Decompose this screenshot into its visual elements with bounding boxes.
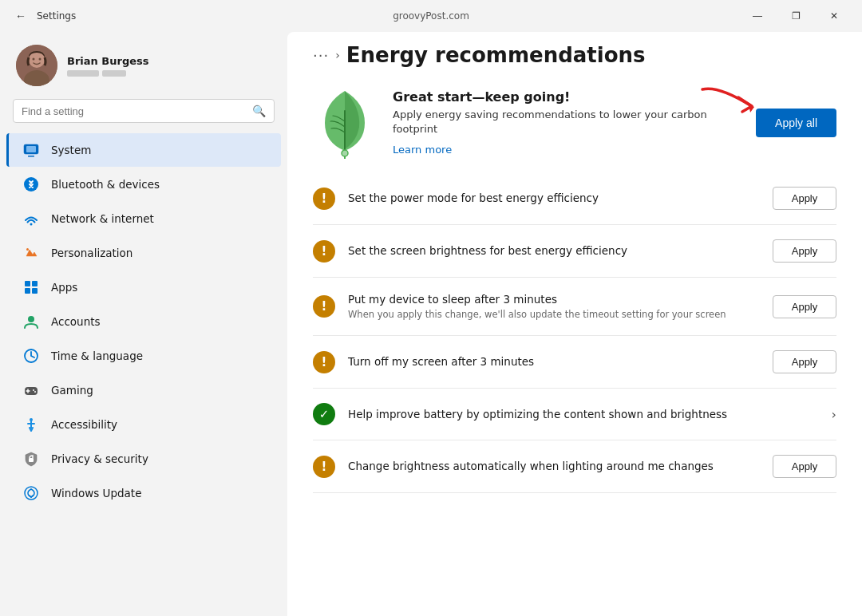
accounts-icon (22, 313, 40, 330)
rec-text-brightness: Set the screen brightness for best energ… (348, 243, 760, 259)
windows-update-icon (22, 484, 40, 502)
rec-title-screen-off: Turn off my screen after 3 minutes (348, 354, 760, 369)
content-header: ··· › Energy recommendations (287, 32, 862, 73)
rec-text-screen-off: Turn off my screen after 3 minutes (348, 354, 760, 369)
rec-text-sleep: Put my device to sleep after 3 minutes W… (348, 292, 760, 321)
minimize-button[interactable]: — (739, 3, 776, 29)
rec-item-brightness: ! Set the screen brightness for best ene… (313, 225, 836, 278)
svg-point-3 (33, 58, 35, 61)
rec-item-power-mode: ! Set the power mode for best energy eff… (313, 172, 836, 225)
svg-point-23 (342, 150, 348, 156)
search-input[interactable] (22, 105, 246, 117)
profile-bar-2 (102, 70, 126, 77)
chevron-right-icon: › (832, 407, 836, 422)
sidebar-item-apps[interactable]: Apps (6, 270, 281, 304)
hero-description: Apply energy saving recommendations to l… (393, 108, 740, 136)
accessibility-icon (22, 416, 40, 433)
svg-point-1 (29, 52, 45, 68)
back-button[interactable]: ← (10, 5, 32, 27)
network-icon (22, 210, 40, 227)
apply-button-screen-off[interactable]: Apply (773, 350, 836, 373)
svg-point-9 (30, 223, 33, 226)
sidebar-item-time[interactable]: Time & language (6, 339, 281, 373)
rec-text-battery: Help improve battery by optimizing the c… (348, 407, 819, 422)
titlebar-url: groovyPost.com (393, 10, 469, 22)
rec-title-sleep: Put my device to sleep after 3 minutes (348, 292, 760, 307)
warning-icon-auto-brightness: ! (313, 456, 335, 478)
personalization-label: Personalization (51, 247, 132, 259)
window-controls: — ❐ ✕ (739, 3, 852, 29)
gaming-label: Gaming (51, 384, 93, 397)
profile-section: Brian Burgess (0, 32, 287, 96)
sidebar-item-personalization[interactable]: Personalization (6, 236, 281, 270)
svg-rect-21 (29, 458, 34, 462)
rec-item-battery[interactable]: ✓ Help improve battery by optimizing the… (313, 389, 836, 440)
apply-button-sleep[interactable]: Apply (773, 295, 836, 318)
svg-rect-12 (32, 281, 38, 286)
sidebar-item-accessibility[interactable]: Accessibility (6, 408, 281, 441)
rec-title-power: Set the power mode for best energy effic… (348, 191, 760, 206)
profile-bar-1 (67, 70, 99, 77)
content-area: ··· › Energy recommendations (287, 32, 862, 616)
svg-point-18 (33, 389, 34, 391)
svg-point-4 (39, 58, 42, 61)
privacy-label: Privacy & security (51, 452, 148, 465)
warning-icon-sleep: ! (313, 295, 335, 318)
rec-text-auto-brightness: Change brightness automatically when lig… (348, 459, 760, 474)
success-icon-battery: ✓ (313, 403, 335, 425)
app-name: Settings (37, 10, 76, 22)
leaf-icon (313, 91, 377, 155)
apps-icon (22, 278, 40, 296)
windows-update-label: Windows Update (51, 487, 141, 500)
learn-more-link[interactable]: Learn more (393, 144, 452, 156)
bluetooth-icon (22, 176, 40, 193)
sidebar-item-windows-update[interactable]: Windows Update (6, 476, 281, 510)
sidebar-item-bluetooth[interactable]: Bluetooth & devices (6, 168, 281, 201)
page-title: Energy recommendations (346, 43, 646, 67)
rec-title-auto-brightness: Change brightness automatically when lig… (348, 459, 760, 474)
search-box[interactable]: 🔍 (13, 99, 275, 123)
svg-point-15 (28, 316, 34, 322)
system-label: System (51, 144, 91, 156)
svg-rect-7 (28, 156, 34, 157)
svg-point-8 (24, 177, 38, 192)
profile-info: Brian Burgess (67, 55, 149, 77)
hero-text: Great start—keep going! Apply energy sav… (393, 89, 740, 156)
arrow-annotation (694, 81, 758, 121)
warning-icon-screen-off: ! (313, 351, 335, 373)
sidebar-item-system[interactable]: System (6, 133, 281, 167)
time-icon (22, 347, 40, 365)
hero-title: Great start—keep going! (393, 89, 740, 105)
rec-item-screen-off: ! Turn off my screen after 3 minutes App… (313, 336, 836, 389)
rec-title-brightness: Set the screen brightness for best energ… (348, 243, 760, 259)
apply-all-button[interactable]: Apply all (756, 109, 836, 137)
bluetooth-label: Bluetooth & devices (51, 178, 160, 191)
sidebar-item-privacy[interactable]: Privacy & security (6, 442, 281, 476)
main-layout: Brian Burgess 🔍 (0, 32, 862, 616)
system-icon (22, 141, 40, 159)
privacy-icon (22, 450, 40, 468)
recommendations-list: ! Set the power mode for best energy eff… (287, 172, 862, 493)
apply-button-brightness[interactable]: Apply (773, 239, 836, 263)
close-button[interactable]: ✕ (816, 3, 852, 29)
apply-button-auto-brightness[interactable]: Apply (773, 455, 836, 478)
avatar-image (16, 45, 57, 86)
svg-rect-14 (32, 288, 38, 294)
hero-section: Great start—keep going! Apply energy sav… (287, 73, 862, 172)
gaming-icon (22, 381, 40, 399)
restore-button[interactable]: ❐ (777, 3, 814, 29)
sidebar-item-accounts[interactable]: Accounts (6, 305, 281, 338)
profile-bars (67, 70, 149, 77)
apply-button-power[interactable]: Apply (773, 187, 836, 210)
sidebar-item-gaming[interactable]: Gaming (6, 373, 281, 407)
accounts-label: Accounts (51, 315, 101, 328)
rec-subtitle-sleep: When you apply this change, we'll also u… (348, 309, 760, 321)
nav-menu: System Bluetooth & devices (0, 132, 287, 511)
apps-label: Apps (51, 281, 77, 294)
rec-title-battery: Help improve battery by optimizing the c… (348, 407, 819, 422)
svg-rect-6 (26, 146, 36, 152)
svg-rect-13 (25, 288, 30, 294)
personalization-icon (22, 244, 40, 262)
svg-rect-11 (25, 281, 30, 286)
sidebar-item-network[interactable]: Network & internet (6, 202, 281, 235)
